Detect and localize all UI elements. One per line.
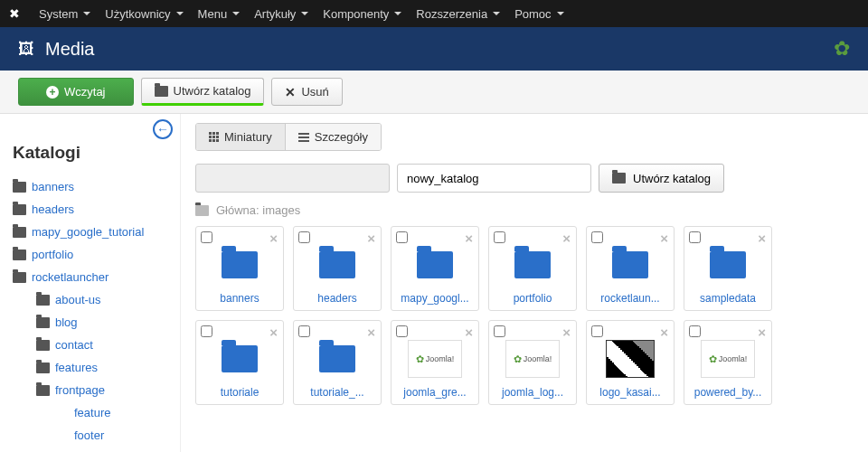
tile[interactable]: ×rocketlaun... <box>586 226 675 311</box>
menu-menu[interactable]: Menu <box>191 3 248 25</box>
folder-icon <box>13 227 26 238</box>
menu-użytkownicy[interactable]: Użytkownicy <box>98 3 190 25</box>
tree-item[interactable]: banners <box>13 175 167 198</box>
tile[interactable]: ×✿Joomla!powered_by... <box>684 320 772 405</box>
tile-checkbox[interactable] <box>298 325 310 337</box>
upload-button[interactable]: + Wczytaj <box>18 78 134 106</box>
tree-item[interactable]: blog <box>13 311 167 334</box>
upload-label: Wczytaj <box>64 85 106 99</box>
tile-delete-icon[interactable]: × <box>269 325 278 340</box>
sidebar: ← Katalogi bannersheadersmapy_google_tut… <box>0 114 181 452</box>
tile-delete-icon[interactable]: × <box>660 325 668 340</box>
joomla-icon[interactable]: ✖ <box>9 6 20 21</box>
tile-checkbox[interactable] <box>396 325 408 337</box>
view-switcher: Miniatury Szczegóły <box>195 123 382 151</box>
tree-item[interactable]: contact <box>13 334 167 356</box>
folder-icon <box>155 86 168 97</box>
tile-checkbox[interactable] <box>591 231 603 243</box>
tile-delete-icon[interactable]: × <box>758 325 766 340</box>
tile-checkbox[interactable] <box>298 231 310 243</box>
tree-item[interactable]: portfolio <box>13 243 167 266</box>
tile-checkbox[interactable] <box>396 231 408 243</box>
tile-delete-icon[interactable]: × <box>562 325 571 340</box>
create-folder-button[interactable]: Utwórz katalog <box>141 78 265 106</box>
folder-icon <box>612 251 648 278</box>
tree-item[interactable]: headers <box>13 198 167 221</box>
details-tab[interactable]: Szczegóły <box>286 124 381 150</box>
tile-label: logo_kasai... <box>592 386 668 399</box>
tree-item[interactable]: about-us <box>13 288 167 311</box>
tree-item[interactable]: feature <box>13 401 167 424</box>
list-icon <box>298 133 309 142</box>
menu-artykuły[interactable]: Artykuły <box>247 3 316 25</box>
action-toolbar: + Wczytaj Utwórz katalog ✕ Usuń <box>0 71 868 114</box>
media-icon: 🖼 <box>18 40 34 59</box>
tile[interactable]: ×portfolio <box>488 226 577 311</box>
menu-pomoc[interactable]: Pomoc <box>507 3 571 25</box>
tile-delete-icon[interactable]: × <box>562 231 571 246</box>
collapse-sidebar-button[interactable]: ← <box>153 119 173 139</box>
tile-delete-icon[interactable]: × <box>367 325 375 340</box>
folder-icon <box>13 272 26 283</box>
tile-checkbox[interactable] <box>201 231 212 243</box>
folder-icon <box>319 251 355 278</box>
menu-komponenty[interactable]: Komponenty <box>316 3 409 25</box>
tree-item[interactable]: footer <box>13 424 167 447</box>
tile[interactable]: ×✿Joomla!joomla_gre... <box>391 320 479 405</box>
create-folder-label: Utwórz katalog <box>174 84 251 98</box>
tile-checkbox[interactable] <box>201 325 212 337</box>
menu-system[interactable]: System <box>32 3 98 25</box>
caret-icon <box>232 12 240 15</box>
tile-label: powered_by... <box>690 386 766 399</box>
tile-delete-icon[interactable]: × <box>269 231 278 246</box>
joomla-flower-icon: ✿ <box>834 37 850 61</box>
tile[interactable]: ×headers <box>293 226 382 311</box>
tile[interactable]: ×sampledata <box>684 226 772 311</box>
grid-icon <box>209 132 219 142</box>
tile-checkbox[interactable] <box>494 325 505 337</box>
tile[interactable]: ×logo_kasai... <box>586 320 675 405</box>
top-menubar: ✖ SystemUżytkownicyMenuArtykułyKomponent… <box>0 0 868 27</box>
tile-label: banners <box>202 292 278 305</box>
folder-icon <box>195 205 209 216</box>
tile-label: portfolio <box>495 292 571 305</box>
folder-icon <box>222 345 258 372</box>
tree-item[interactable]: mapy_google_tutorial <box>13 221 167 243</box>
folder-icon <box>13 204 26 215</box>
folder-icon <box>13 250 26 260</box>
image-thumb: ✿Joomla! <box>505 340 560 378</box>
tile-checkbox[interactable] <box>591 325 603 337</box>
tile-checkbox[interactable] <box>689 231 701 243</box>
breadcrumb: Główna: images <box>195 203 854 217</box>
tree-item[interactable]: features <box>13 356 167 379</box>
tile-label: joomla_gre... <box>397 386 473 399</box>
tile-delete-icon[interactable]: × <box>758 231 766 246</box>
folder-icon <box>36 295 50 306</box>
new-folder-input[interactable] <box>397 164 591 193</box>
menu-rozszerzenia[interactable]: Rozszerzenia <box>409 3 507 25</box>
create-folder-submit[interactable]: Utwórz katalog <box>599 164 724 193</box>
tile[interactable]: ×banners <box>195 226 284 311</box>
content-area: Miniatury Szczegóły Utwórz katalog Główn… <box>181 114 868 452</box>
tile-label: joomla_log... <box>495 386 571 399</box>
tile-delete-icon[interactable]: × <box>367 231 375 246</box>
tree-item[interactable]: rocketlauncher <box>13 266 167 288</box>
caret-icon <box>557 12 564 15</box>
tile-delete-icon[interactable]: × <box>660 231 668 246</box>
tile-checkbox[interactable] <box>689 325 701 337</box>
tile-label: sampledata <box>690 292 766 305</box>
folder-icon <box>36 363 50 373</box>
caret-icon <box>83 12 90 15</box>
tile-checkbox[interactable] <box>494 231 505 243</box>
tile[interactable]: ×tutoriale_... <box>293 320 382 405</box>
delete-button[interactable]: ✕ Usuń <box>271 78 342 106</box>
tile[interactable]: ×✿Joomla!joomla_log... <box>488 320 577 405</box>
tile-delete-icon[interactable]: × <box>465 231 473 246</box>
tile-label: mapy_googl... <box>397 292 473 305</box>
tile[interactable]: ×mapy_googl... <box>391 226 479 311</box>
create-folder-submit-label: Utwórz katalog <box>633 172 711 185</box>
tile-delete-icon[interactable]: × <box>465 325 473 340</box>
tree-item[interactable]: frontpage <box>13 379 167 401</box>
tile[interactable]: ×tutoriale <box>195 320 284 405</box>
thumbnails-tab[interactable]: Miniatury <box>196 124 286 150</box>
